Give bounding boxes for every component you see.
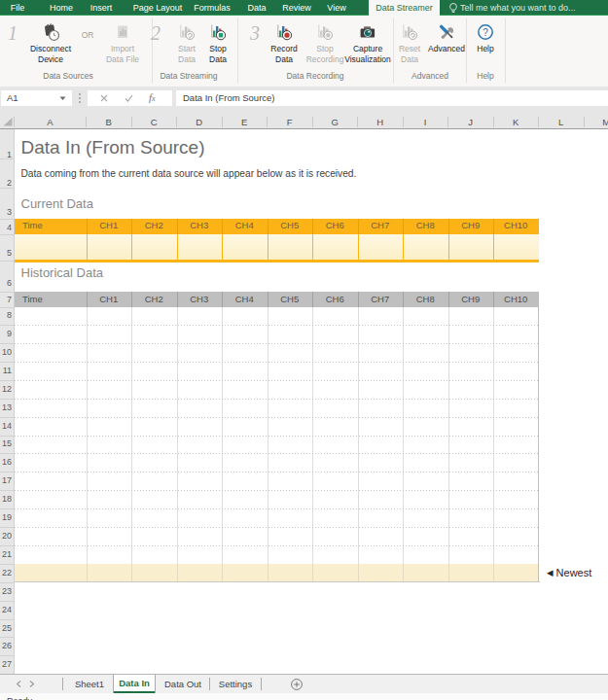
svg-text:?: ? xyxy=(483,27,488,38)
